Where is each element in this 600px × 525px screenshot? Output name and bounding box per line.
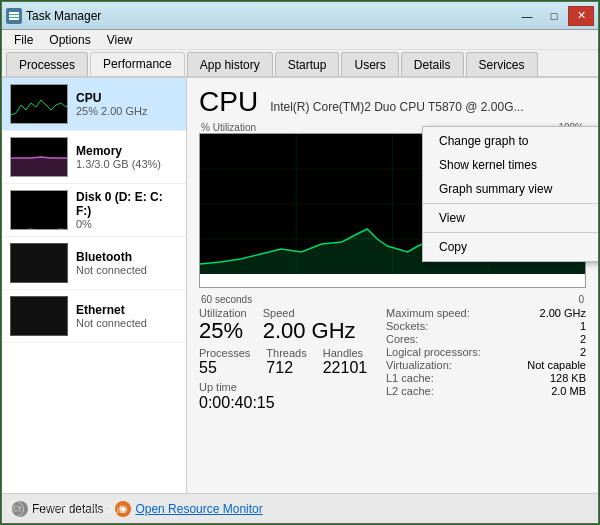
close-button[interactable]: ✕ — [568, 6, 594, 26]
sidebar-cpu-value: 25% 2.00 GHz — [76, 105, 178, 117]
watermark-text: © TheWindowsClub — [28, 503, 125, 515]
minimize-button[interactable]: — — [514, 6, 540, 26]
title-controls: — □ ✕ — [514, 6, 594, 26]
ctx-graph-summary-label: Graph summary view — [439, 182, 552, 196]
ctx-show-kernel-label: Show kernel times — [439, 158, 537, 172]
sidebar-disk-info: Disk 0 (D: E: C: F:) 0% — [76, 190, 178, 230]
sidebar-item-cpu[interactable]: CPU 25% 2.00 GHz — [2, 78, 186, 131]
ctx-change-graph[interactable]: Change graph to ▶ Overall utilization Lo… — [423, 129, 598, 153]
sidebar-item-bluetooth[interactable]: Bluetooth Not connected — [2, 237, 186, 290]
spec-sockets: Sockets: 1 — [386, 320, 586, 332]
sidebar-item-memory[interactable]: Memory 1.3/3.0 GB (43%) — [2, 131, 186, 184]
handles-value: 22101 — [323, 359, 368, 377]
open-monitor-button[interactable]: ◉ Open Resource Monitor — [115, 501, 262, 517]
l2-label: L2 cache: — [386, 385, 496, 397]
stats-section: Utilization 25% Speed 2.00 GHz Processes… — [199, 307, 586, 416]
sockets-value: 1 — [580, 320, 586, 332]
ctx-copy-label: Copy — [439, 240, 467, 254]
main-content: CPU 25% 2.00 GHz Memory 1.3/3.0 GB (43%) — [2, 78, 598, 493]
bluetooth-mini-graph — [10, 243, 68, 283]
sidebar: CPU 25% 2.00 GHz Memory 1.3/3.0 GB (43%) — [2, 78, 187, 493]
cpu-panel: CPU Intel(R) Core(TM)2 Duo CPU T5870 @ 2… — [187, 78, 598, 493]
cpu-header: CPU Intel(R) Core(TM)2 Duo CPU T5870 @ 2… — [199, 86, 586, 118]
maximize-button[interactable]: □ — [541, 6, 567, 26]
menu-options[interactable]: Options — [41, 31, 98, 49]
tab-startup[interactable]: Startup — [275, 52, 340, 76]
sidebar-item-ethernet[interactable]: Ethernet Not connected — [2, 290, 186, 343]
cpu-mini-graph — [10, 84, 68, 124]
ctx-view[interactable]: View ▶ — [423, 206, 598, 230]
disk-mini-graph — [10, 190, 68, 230]
logical-value: 2 — [580, 346, 586, 358]
uptime-group: Up time 0:00:40:15 — [199, 381, 386, 412]
tab-processes[interactable]: Processes — [6, 52, 88, 76]
threads-label: Threads — [266, 347, 306, 359]
task-manager-window: Task Manager — □ ✕ File Options View Pro… — [1, 1, 599, 524]
sidebar-memory-value: 1.3/3.0 GB (43%) — [76, 158, 178, 170]
spec-l2: L2 cache: 2.0 MB — [386, 385, 586, 397]
sockets-label: Sockets: — [386, 320, 496, 332]
sidebar-bluetooth-label: Bluetooth — [76, 250, 178, 264]
sidebar-memory-info: Memory 1.3/3.0 GB (43%) — [76, 144, 178, 170]
processes-col: Processes 55 — [199, 347, 250, 377]
ctx-graph-summary[interactable]: Graph summary view — [423, 177, 598, 201]
virt-label: Virtualization: — [386, 359, 496, 371]
stats-left: Utilization 25% Speed 2.00 GHz Processes… — [199, 307, 386, 416]
logical-label: Logical processors: — [386, 346, 496, 358]
sidebar-ethernet-info: Ethernet Not connected — [76, 303, 178, 329]
speed-value: 2.00 GHz — [263, 319, 356, 343]
handles-label: Handles — [323, 347, 368, 359]
spec-virt: Virtualization: Not capable — [386, 359, 586, 371]
sidebar-disk-value: 0% — [76, 218, 178, 230]
utilization-col: Utilization 25% — [199, 307, 247, 343]
uptime-label: Up time — [199, 381, 386, 393]
context-menu: Change graph to ▶ Overall utilization Lo… — [422, 126, 598, 262]
ctx-show-kernel[interactable]: Show kernel times — [423, 153, 598, 177]
spec-l1: L1 cache: 128 KB — [386, 372, 586, 384]
uptime-value: 0:00:40:15 — [199, 394, 386, 412]
processes-value: 55 — [199, 359, 250, 377]
ethernet-mini-graph — [10, 296, 68, 336]
cpu-panel-title: CPU — [199, 86, 258, 118]
tab-details[interactable]: Details — [401, 52, 464, 76]
svg-marker-0 — [11, 157, 68, 177]
y-axis-label: % Utilization — [201, 122, 256, 133]
cores-label: Cores: — [386, 333, 496, 345]
threads-col: Threads 712 — [266, 347, 306, 377]
l2-value: 2.0 MB — [551, 385, 586, 397]
menu-view[interactable]: View — [99, 31, 141, 49]
sidebar-cpu-label: CPU — [76, 91, 178, 105]
tab-users[interactable]: Users — [341, 52, 398, 76]
title-bar: Task Manager — □ ✕ — [2, 2, 598, 30]
ctx-view-label: View — [439, 211, 465, 225]
tab-performance[interactable]: Performance — [90, 52, 185, 76]
specs-right: Maximum speed: 2.00 GHz Sockets: 1 Cores… — [386, 307, 586, 416]
processes-label: Processes — [199, 347, 250, 359]
x-axis-duration: 60 seconds — [201, 294, 252, 305]
spec-maxspeed: Maximum speed: 2.00 GHz — [386, 307, 586, 319]
memory-mini-graph — [10, 137, 68, 177]
tab-apphistory[interactable]: App history — [187, 52, 273, 76]
app-icon — [6, 8, 22, 24]
sidebar-memory-label: Memory — [76, 144, 178, 158]
sidebar-bluetooth-info: Bluetooth Not connected — [76, 250, 178, 276]
title-bar-left: Task Manager — [6, 8, 101, 24]
proc-threads-handles-row: Processes 55 Threads 712 Handles 22101 — [199, 347, 386, 377]
ctx-change-graph-label: Change graph to — [439, 134, 528, 148]
sidebar-item-disk[interactable]: Disk 0 (D: E: C: F:) 0% — [2, 184, 186, 237]
ctx-copy[interactable]: Copy Ctrl+C — [423, 235, 598, 259]
tab-services[interactable]: Services — [466, 52, 538, 76]
l1-label: L1 cache: — [386, 372, 496, 384]
sidebar-disk-label: Disk 0 (D: E: C: F:) — [76, 190, 178, 218]
speed-col: Speed 2.00 GHz — [263, 307, 356, 343]
open-monitor-label: Open Resource Monitor — [135, 502, 262, 516]
window-title: Task Manager — [26, 9, 101, 23]
spec-logical: Logical processors: 2 — [386, 346, 586, 358]
x-axis-right: 0 — [578, 294, 584, 305]
sidebar-ethernet-label: Ethernet — [76, 303, 178, 317]
ctx-separator-1 — [423, 203, 598, 204]
chart-labels-bottom: 60 seconds 0 — [199, 294, 586, 305]
sidebar-ethernet-value: Not connected — [76, 317, 178, 329]
sidebar-cpu-info: CPU 25% 2.00 GHz — [76, 91, 178, 117]
menu-file[interactable]: File — [6, 31, 41, 49]
